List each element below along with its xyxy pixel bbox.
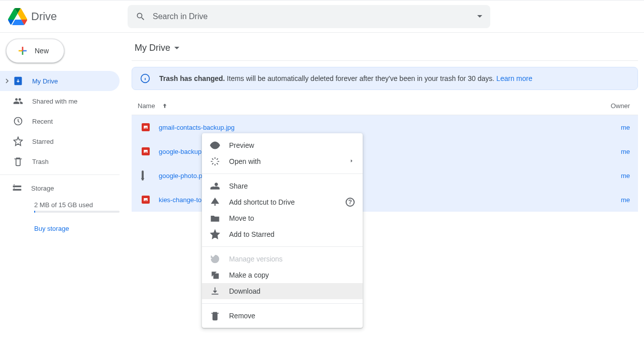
trash-icon: [13, 156, 23, 166]
menu-add-starred[interactable]: Add to Starred: [202, 226, 363, 242]
banner-text: Items will be automatically deleted fore…: [227, 74, 497, 82]
file-owner: me: [608, 124, 638, 131]
menu-preview[interactable]: Preview: [202, 137, 363, 153]
breadcrumb-label: My Drive: [135, 43, 170, 53]
banner-strong: Trash has changed.: [159, 74, 225, 82]
file-owner: me: [608, 196, 638, 204]
menu-label: Download: [229, 287, 260, 295]
search-icon: [136, 12, 146, 22]
divider: [0, 174, 120, 175]
menu-label: Remove: [229, 312, 255, 320]
sidebar-item-shared[interactable]: Shared with me: [0, 91, 120, 111]
sidebar-item-trash[interactable]: Trash: [0, 151, 120, 171]
logo-area[interactable]: Drive: [8, 7, 128, 26]
app-name: Drive: [31, 10, 57, 23]
menu-add-shortcut[interactable]: Add shortcut to Drive ?: [202, 194, 363, 210]
sidebar-item-label: My Drive: [32, 77, 58, 85]
sidebar-item-label: Shared with me: [32, 98, 77, 105]
image-file-icon: [142, 196, 150, 204]
sidebar-item-label: Trash: [32, 158, 49, 165]
column-name[interactable]: Name: [132, 102, 608, 110]
divider: [202, 246, 363, 247]
menu-make-copy[interactable]: Make a copy: [202, 267, 363, 283]
menu-label: Make a copy: [229, 271, 269, 279]
info-icon: [140, 73, 150, 83]
banner-link[interactable]: Learn more: [496, 74, 532, 82]
sidebar-item-starred[interactable]: Starred: [0, 131, 120, 151]
expand-icon[interactable]: [4, 78, 10, 83]
main: New My Drive Shared with me Recent St: [0, 33, 644, 354]
new-button[interactable]: New: [6, 39, 64, 63]
menu-manage-versions: Manage versions: [202, 251, 363, 267]
sidebar: New My Drive Shared with me Recent St: [0, 33, 128, 354]
shared-icon: [13, 96, 23, 106]
svg-point-4: [214, 144, 217, 147]
chevron-down-icon: [174, 47, 179, 49]
shortcut-icon: [210, 197, 220, 207]
menu-label: Add to Starred: [229, 230, 274, 238]
move-icon: [210, 213, 220, 223]
file-owner: me: [608, 148, 638, 155]
download-icon: [210, 286, 220, 296]
image-file-icon: [142, 147, 150, 155]
header: Drive: [0, 1, 644, 33]
breadcrumb[interactable]: My Drive: [132, 39, 638, 59]
menu-download[interactable]: Download: [202, 283, 363, 299]
storage-usage: 2 MB of 15 GB used: [34, 201, 128, 209]
recent-icon: [13, 116, 23, 126]
storage-section: Storage 2 MB of 15 GB used Buy storage: [0, 178, 128, 232]
image-file-icon: [142, 123, 150, 131]
star-icon: [210, 229, 220, 239]
sidebar-item-my-drive[interactable]: My Drive: [0, 71, 120, 91]
trash-banner: Trash has changed. Items will be automat…: [132, 67, 638, 90]
sidebar-item-recent[interactable]: Recent: [0, 111, 120, 131]
search-input[interactable]: [153, 12, 477, 21]
breadcrumb-wrap: My Drive: [132, 39, 638, 61]
menu-label: Manage versions: [229, 255, 283, 263]
table-header: Name Owner: [132, 97, 638, 115]
content: My Drive Trash has changed. Items will b…: [128, 33, 644, 354]
help-icon[interactable]: ?: [346, 198, 355, 207]
chevron-right-icon: [349, 157, 355, 165]
file-name: gmail-contacts-backup.jpg: [159, 124, 608, 131]
trash-icon: [210, 311, 220, 321]
menu-label: Share: [229, 182, 248, 190]
menu-label: Add shortcut to Drive: [229, 198, 295, 206]
file-owner: me: [608, 172, 638, 180]
nav-list: My Drive Shared with me Recent Starred T: [0, 71, 128, 232]
menu-open-with[interactable]: Open with: [202, 153, 363, 169]
eye-icon: [210, 140, 220, 150]
divider: [202, 173, 363, 174]
menu-share[interactable]: Share: [202, 178, 363, 194]
menu-label: Preview: [229, 141, 254, 149]
column-owner[interactable]: Owner: [608, 102, 638, 110]
phone-file-icon: [142, 171, 150, 180]
sidebar-item-storage[interactable]: Storage: [14, 178, 128, 198]
storage-icon: [12, 183, 22, 193]
svg-rect-5: [214, 274, 219, 279]
context-menu: Preview Open with Share Add shortcut to …: [202, 133, 363, 328]
divider: [202, 303, 363, 304]
new-button-label: New: [35, 47, 49, 55]
search-options-icon[interactable]: [477, 15, 482, 18]
sidebar-item-label: Starred: [32, 138, 54, 145]
my-drive-icon: [13, 76, 23, 86]
column-name-label: Name: [138, 102, 155, 110]
open-with-icon: [210, 156, 220, 166]
storage-bar: [34, 211, 120, 213]
menu-label: Move to: [229, 214, 254, 222]
share-icon: [210, 181, 220, 191]
plus-icon: [17, 45, 29, 57]
drive-logo-icon: [8, 7, 27, 26]
history-icon: [210, 254, 220, 264]
menu-move-to[interactable]: Move to: [202, 210, 363, 226]
search-bar[interactable]: [128, 5, 490, 28]
sort-arrow-up-icon: [161, 103, 168, 110]
storage-label: Storage: [31, 185, 54, 192]
buy-storage-link[interactable]: Buy storage: [34, 225, 69, 232]
star-icon: [13, 136, 23, 146]
menu-label: Open with: [229, 157, 261, 165]
copy-icon: [210, 270, 220, 280]
sidebar-item-label: Recent: [32, 118, 53, 125]
menu-remove[interactable]: Remove: [202, 308, 363, 324]
